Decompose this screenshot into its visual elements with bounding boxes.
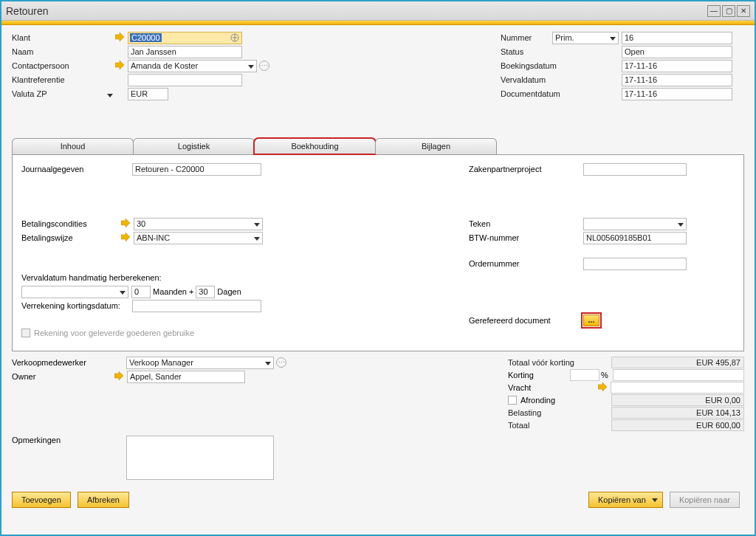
rekening-label: Rekening voor geleverde goederen gebruik… (34, 329, 194, 337)
refdoc-label: Gerefereerd document (469, 316, 583, 325)
nummer-label: Nummer (501, 33, 552, 42)
vervaldatum-label: Vervaldatum (501, 75, 622, 84)
klantref-label: Klantreferentie (12, 75, 115, 84)
owner-field[interactable]: Appel, Sander (127, 371, 245, 383)
korting-value (613, 369, 744, 381)
kopieren-van-button[interactable]: Kopiëren van (588, 492, 663, 508)
order-field[interactable] (583, 258, 687, 270)
contact-field[interactable]: Amanda de Koster (128, 60, 257, 72)
maanden-unit: Maanden + (153, 287, 193, 296)
kopieren-van-label: Kopiëren van (598, 495, 646, 504)
boekingsdatum-field[interactable]: 17-11-16 (622, 60, 732, 72)
klant-field[interactable]: C20000 (128, 32, 242, 44)
korting-label: Korting (508, 371, 567, 379)
afronding-label: Afronding (520, 396, 611, 405)
window-title: Retouren (6, 5, 707, 17)
afronding-value: EUR 0,00 (611, 394, 744, 406)
proj-field[interactable] (583, 163, 687, 176)
klant-value: C20000 (130, 33, 162, 42)
rekening-checkbox (21, 329, 30, 337)
verkoop-field[interactable]: Verkoop Manager (126, 357, 274, 369)
status-label: Status (501, 47, 622, 56)
lookup-icon[interactable] (230, 32, 240, 44)
totaal-label: Totaal (508, 421, 611, 430)
vervaldatum-field[interactable]: 17-11-16 (622, 74, 732, 86)
teken-label: Teken (469, 219, 583, 228)
nummer-series[interactable]: Prim. (552, 32, 619, 44)
opmerkingen-field[interactable] (126, 436, 274, 480)
tab-boekhouding[interactable]: Boekhouding (254, 138, 376, 154)
toevoegen-button[interactable]: Toevoegen (12, 492, 71, 508)
close-button[interactable]: ✕ (737, 5, 750, 17)
link-arrow-icon[interactable] (115, 32, 126, 43)
contact-label: Contactpersoon (12, 61, 115, 70)
journaal-label: Journaalgegeven (21, 165, 132, 173)
kopieren-naar-button: Kopiëren naar (670, 492, 740, 508)
nummer-field[interactable]: 16 (622, 32, 732, 44)
link-arrow-icon[interactable] (114, 371, 125, 382)
boekingsdatum-label: Boekingsdatum (501, 61, 622, 70)
dagen-unit: Dagen (217, 287, 241, 296)
betwijze-label: Betalingswijze (21, 233, 121, 242)
owner-label: Owner (12, 372, 114, 381)
info-icon[interactable]: ⋯ (259, 61, 269, 71)
totaal-value: EUR 600,00 (611, 419, 744, 431)
afbreken-button[interactable]: Afbreken (78, 492, 129, 508)
betcond-field[interactable]: 30 (134, 218, 263, 230)
link-arrow-icon[interactable] (121, 219, 131, 229)
status-field: Open (622, 46, 732, 58)
belasting-label: Belasting (508, 408, 611, 417)
tab-logistiek[interactable]: Logistiek (133, 138, 255, 154)
link-arrow-icon[interactable] (121, 233, 131, 243)
subtotal-value: EUR 495,87 (611, 357, 744, 368)
maximize-button[interactable]: ▢ (722, 5, 735, 17)
info-icon[interactable]: ⋯ (276, 357, 286, 368)
valuta-field[interactable]: EUR (128, 88, 168, 100)
proj-label: Zakenpartnerproject (469, 165, 583, 173)
naam-field[interactable]: Jan Janssen (128, 46, 242, 58)
verrek-label: Verrekening kortingsdatum: (21, 301, 132, 310)
recalc-method[interactable] (21, 286, 128, 298)
btw-label: BTW-nummer (469, 233, 583, 242)
documentdatum-field[interactable]: 17-11-16 (622, 88, 732, 100)
maanden-field[interactable]: 0 (131, 286, 151, 298)
documentdatum-label: Documentdatum (501, 89, 622, 98)
korting-pct-field[interactable] (570, 369, 599, 381)
tab-inhoud[interactable]: Inhoud (12, 138, 134, 154)
opmerkingen-label: Opmerkingen (12, 436, 126, 480)
klant-label: Klant (12, 33, 115, 42)
betcond-label: Betalingscondities (21, 219, 121, 228)
vracht-value (611, 382, 744, 394)
belasting-value: EUR 104,13 (611, 407, 744, 419)
link-arrow-icon[interactable] (598, 382, 608, 393)
naam-label: Naam (12, 47, 115, 56)
recalc-label: Vervaldatum handmatig herberekenen: (21, 273, 162, 282)
betwijze-field[interactable]: ABN-INC (134, 232, 263, 244)
klantref-field[interactable] (128, 74, 242, 86)
teken-field[interactable] (583, 218, 687, 230)
valuta-label[interactable]: Valuta ZP (12, 89, 115, 98)
subtotal-label: Totaal vóór korting (508, 358, 611, 367)
dagen-field[interactable]: 30 (196, 286, 215, 298)
order-label: Ordernummer (469, 259, 583, 268)
link-arrow-icon[interactable] (115, 61, 126, 71)
journaal-field[interactable]: Retouren - C20000 (132, 163, 261, 176)
refdoc-button[interactable]: ... (583, 315, 599, 326)
korting-unit: % (601, 371, 608, 379)
tab-bijlagen[interactable]: Bijlagen (375, 138, 497, 154)
btw-field[interactable]: NL005609185B01 (583, 232, 687, 244)
afronding-checkbox[interactable] (508, 396, 517, 405)
verrek-field[interactable] (132, 300, 261, 312)
verkoop-label: Verkoopmedewerker (12, 358, 126, 367)
vracht-label: Vracht (508, 383, 598, 392)
chevron-down-icon (652, 498, 658, 502)
minimize-button[interactable]: — (707, 5, 721, 17)
